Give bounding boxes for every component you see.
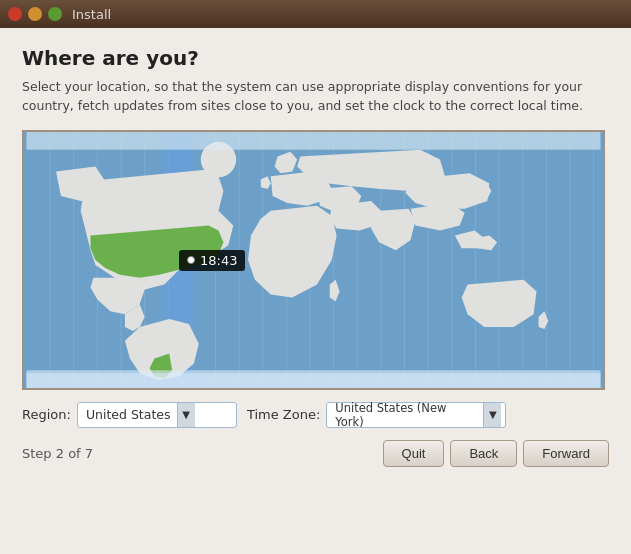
location-dot [187,256,195,264]
time-tooltip: 18:43 [179,250,245,271]
page-heading: Where are you? [22,46,609,70]
region-value: United States [86,407,171,422]
close-button[interactable] [8,7,22,21]
world-map[interactable]: 18:43 [22,130,605,390]
page-description: Select your location, so that the system… [22,78,609,116]
timezone-value: United States (New York) [335,401,477,429]
window-title: Install [72,7,111,22]
time-display: 18:43 [200,253,237,268]
timezone-label: Time Zone: [247,407,320,422]
minimize-button[interactable] [28,7,42,21]
region-label: Region: [22,407,71,422]
footer: Step 2 of 7 Quit Back Forward [22,440,609,467]
timezone-field-group: Time Zone: United States (New York) ▼ [247,402,506,428]
region-dropdown-arrow: ▼ [177,403,195,427]
region-dropdown[interactable]: United States ▼ [77,402,237,428]
maximize-button[interactable] [48,7,62,21]
button-group: Quit Back Forward [383,440,609,467]
region-field-group: Region: United States ▼ [22,402,237,428]
quit-button[interactable]: Quit [383,440,445,467]
step-indicator: Step 2 of 7 [22,446,93,461]
back-button[interactable]: Back [450,440,517,467]
title-bar: Install [0,0,631,28]
timezone-dropdown-arrow: ▼ [483,403,501,427]
svg-rect-27 [26,132,600,150]
timezone-dropdown[interactable]: United States (New York) ▼ [326,402,506,428]
forward-button[interactable]: Forward [523,440,609,467]
